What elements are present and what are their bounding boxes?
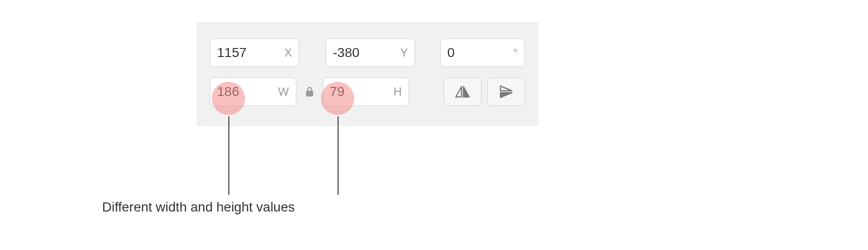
width-label: W [278,85,289,98]
height-label: H [394,85,402,98]
y-value: -380 [333,45,397,60]
y-field[interactable]: -380 Y [326,38,415,67]
lock-icon[interactable] [305,86,314,97]
transform-panel: 1157 X -380 Y 0 ° 186 W 79 [197,22,538,126]
x-field[interactable]: 1157 X [210,38,299,67]
flip-horizontal-icon [454,85,471,99]
annotation-caption: Different width and height values [102,200,295,215]
lock-aspect-wrapper [303,86,316,97]
flip-vertical-button[interactable] [487,77,525,106]
x-label: X [284,46,292,59]
flip-horizontal-button[interactable] [443,77,481,106]
flip-vertical-icon [498,85,515,99]
annotation-line-height [338,116,339,195]
rotation-field[interactable]: 0 ° [440,38,525,67]
height-field[interactable]: 79 H [323,77,409,106]
rotation-value: 0 [447,45,510,60]
width-value: 186 [217,84,275,99]
rotation-unit: ° [513,46,518,59]
svg-rect-0 [306,91,313,96]
annotation-line-width [228,116,229,195]
size-row: 186 W 79 H [210,77,525,106]
y-label: Y [400,46,408,59]
position-row: 1157 X -380 Y 0 ° [210,38,525,67]
x-value: 1157 [217,45,282,60]
flip-buttons [443,77,525,106]
width-field[interactable]: 186 W [210,77,296,106]
height-value: 79 [330,84,391,99]
